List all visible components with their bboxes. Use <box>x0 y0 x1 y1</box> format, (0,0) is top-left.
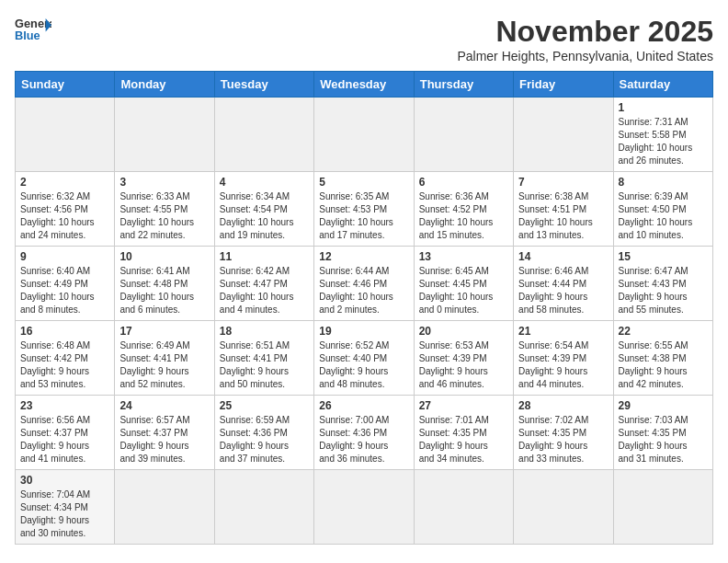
day-number: 17 <box>119 325 209 338</box>
title-area: November 2025 Palmer Heights, Pennsylvan… <box>457 15 713 63</box>
calendar-cell <box>214 98 313 172</box>
calendar-cell: 15Sunrise: 6:47 AMSunset: 4:43 PMDayligh… <box>613 247 712 321</box>
day-info: Sunrise: 6:49 AMSunset: 4:41 PMDaylight:… <box>119 339 209 391</box>
day-number: 10 <box>119 250 209 263</box>
day-info: Sunrise: 7:02 AMSunset: 4:35 PMDaylight:… <box>518 414 608 465</box>
day-number: 23 <box>20 399 109 412</box>
calendar-week-row: 16Sunrise: 6:48 AMSunset: 4:42 PMDayligh… <box>16 321 713 396</box>
day-number: 30 <box>20 474 109 487</box>
calendar-cell: 17Sunrise: 6:49 AMSunset: 4:41 PMDayligh… <box>115 321 214 396</box>
day-number: 1 <box>619 101 708 114</box>
calendar-cell: 12Sunrise: 6:44 AMSunset: 4:46 PMDayligh… <box>314 247 414 321</box>
day-info: Sunrise: 6:55 AMSunset: 4:38 PMDaylight:… <box>619 339 708 391</box>
calendar-cell: 6Sunrise: 6:36 AMSunset: 4:52 PMDaylight… <box>414 172 513 247</box>
location: Palmer Heights, Pennsylvania, United Sta… <box>457 49 713 63</box>
calendar-cell: 9Sunrise: 6:40 AMSunset: 4:49 PMDaylight… <box>16 247 115 321</box>
calendar-header-friday: Friday <box>514 72 613 98</box>
calendar-header-thursday: Thursday <box>414 72 513 98</box>
svg-text:Blue: Blue <box>15 29 40 42</box>
day-number: 19 <box>319 325 408 338</box>
day-number: 11 <box>220 250 309 263</box>
day-number: 9 <box>20 250 109 263</box>
logo: General Blue <box>15 15 51 44</box>
day-info: Sunrise: 6:47 AMSunset: 4:43 PMDaylight:… <box>619 265 708 316</box>
calendar-cell: 28Sunrise: 7:02 AMSunset: 4:35 PMDayligh… <box>514 396 613 470</box>
day-number: 25 <box>220 399 309 412</box>
day-number: 20 <box>419 325 508 338</box>
calendar-cell <box>414 98 513 172</box>
calendar-week-row: 1Sunrise: 7:31 AMSunset: 5:58 PMDaylight… <box>16 98 713 172</box>
calendar-cell: 3Sunrise: 6:33 AMSunset: 4:55 PMDaylight… <box>115 172 214 247</box>
day-number: 24 <box>119 399 209 412</box>
calendar-cell: 23Sunrise: 6:56 AMSunset: 4:37 PMDayligh… <box>16 396 115 470</box>
day-info: Sunrise: 6:44 AMSunset: 4:46 PMDaylight:… <box>319 265 408 316</box>
calendar-cell: 8Sunrise: 6:39 AMSunset: 4:50 PMDaylight… <box>613 172 712 247</box>
day-info: Sunrise: 6:42 AMSunset: 4:47 PMDaylight:… <box>220 265 309 316</box>
calendar-header-row: SundayMondayTuesdayWednesdayThursdayFrid… <box>16 72 713 98</box>
calendar-cell <box>314 470 414 545</box>
day-number: 28 <box>518 399 608 412</box>
calendar-cell: 4Sunrise: 6:34 AMSunset: 4:54 PMDaylight… <box>214 172 313 247</box>
calendar-cell: 2Sunrise: 6:32 AMSunset: 4:56 PMDaylight… <box>16 172 115 247</box>
calendar-cell <box>613 470 712 545</box>
calendar-cell <box>414 470 513 545</box>
day-info: Sunrise: 6:51 AMSunset: 4:41 PMDaylight:… <box>220 339 309 391</box>
calendar-cell: 1Sunrise: 7:31 AMSunset: 5:58 PMDaylight… <box>613 98 712 172</box>
calendar-week-row: 2Sunrise: 6:32 AMSunset: 4:56 PMDaylight… <box>16 172 713 247</box>
day-number: 3 <box>119 176 209 189</box>
month-title: November 2025 <box>457 15 713 49</box>
day-number: 5 <box>319 176 408 189</box>
calendar-cell: 29Sunrise: 7:03 AMSunset: 4:35 PMDayligh… <box>613 396 712 470</box>
day-info: Sunrise: 6:53 AMSunset: 4:39 PMDaylight:… <box>419 339 508 391</box>
day-number: 18 <box>220 325 309 338</box>
calendar-cell: 18Sunrise: 6:51 AMSunset: 4:41 PMDayligh… <box>214 321 313 396</box>
calendar-cell <box>514 98 613 172</box>
calendar-cell: 14Sunrise: 6:46 AMSunset: 4:44 PMDayligh… <box>514 247 613 321</box>
header: General Blue November 2025 Palmer Height… <box>15 15 713 63</box>
calendar-header-saturday: Saturday <box>613 72 712 98</box>
day-info: Sunrise: 6:46 AMSunset: 4:44 PMDaylight:… <box>518 265 608 316</box>
day-info: Sunrise: 6:34 AMSunset: 4:54 PMDaylight:… <box>220 190 309 242</box>
day-number: 16 <box>20 325 109 338</box>
calendar-cell: 30Sunrise: 7:04 AMSunset: 4:34 PMDayligh… <box>16 470 115 545</box>
day-info: Sunrise: 7:31 AMSunset: 5:58 PMDaylight:… <box>619 116 708 167</box>
day-number: 21 <box>518 325 608 338</box>
calendar-cell: 25Sunrise: 6:59 AMSunset: 4:36 PMDayligh… <box>214 396 313 470</box>
calendar-cell <box>16 98 115 172</box>
day-number: 29 <box>619 399 708 412</box>
calendar-cell: 11Sunrise: 6:42 AMSunset: 4:47 PMDayligh… <box>214 247 313 321</box>
day-number: 2 <box>20 176 109 189</box>
day-number: 15 <box>619 250 708 263</box>
day-info: Sunrise: 7:03 AMSunset: 4:35 PMDaylight:… <box>619 414 708 465</box>
calendar-cell: 7Sunrise: 6:38 AMSunset: 4:51 PMDaylight… <box>514 172 613 247</box>
day-info: Sunrise: 6:41 AMSunset: 4:48 PMDaylight:… <box>119 265 209 316</box>
calendar-cell: 24Sunrise: 6:57 AMSunset: 4:37 PMDayligh… <box>115 396 214 470</box>
calendar-cell: 27Sunrise: 7:01 AMSunset: 4:35 PMDayligh… <box>414 396 513 470</box>
calendar-header-wednesday: Wednesday <box>314 72 414 98</box>
calendar-cell: 26Sunrise: 7:00 AMSunset: 4:36 PMDayligh… <box>314 396 414 470</box>
calendar: SundayMondayTuesdayWednesdayThursdayFrid… <box>15 71 713 545</box>
calendar-cell <box>115 470 214 545</box>
day-info: Sunrise: 6:32 AMSunset: 4:56 PMDaylight:… <box>20 190 109 242</box>
day-info: Sunrise: 6:36 AMSunset: 4:52 PMDaylight:… <box>419 190 508 242</box>
day-info: Sunrise: 6:48 AMSunset: 4:42 PMDaylight:… <box>20 339 109 391</box>
calendar-week-row: 9Sunrise: 6:40 AMSunset: 4:49 PMDaylight… <box>16 247 713 321</box>
day-number: 4 <box>220 176 309 189</box>
day-number: 7 <box>518 176 608 189</box>
day-number: 22 <box>619 325 708 338</box>
calendar-header-tuesday: Tuesday <box>214 72 313 98</box>
day-info: Sunrise: 6:54 AMSunset: 4:39 PMDaylight:… <box>518 339 608 391</box>
day-number: 14 <box>518 250 608 263</box>
day-info: Sunrise: 6:33 AMSunset: 4:55 PMDaylight:… <box>119 190 209 242</box>
calendar-header-sunday: Sunday <box>16 72 115 98</box>
day-info: Sunrise: 6:45 AMSunset: 4:45 PMDaylight:… <box>419 265 508 316</box>
calendar-cell: 13Sunrise: 6:45 AMSunset: 4:45 PMDayligh… <box>414 247 513 321</box>
calendar-cell <box>514 470 613 545</box>
calendar-cell: 10Sunrise: 6:41 AMSunset: 4:48 PMDayligh… <box>115 247 214 321</box>
day-info: Sunrise: 6:35 AMSunset: 4:53 PMDaylight:… <box>319 190 408 242</box>
day-number: 26 <box>319 399 408 412</box>
calendar-cell <box>115 98 214 172</box>
day-number: 6 <box>419 176 508 189</box>
calendar-cell <box>314 98 414 172</box>
calendar-cell: 5Sunrise: 6:35 AMSunset: 4:53 PMDaylight… <box>314 172 414 247</box>
